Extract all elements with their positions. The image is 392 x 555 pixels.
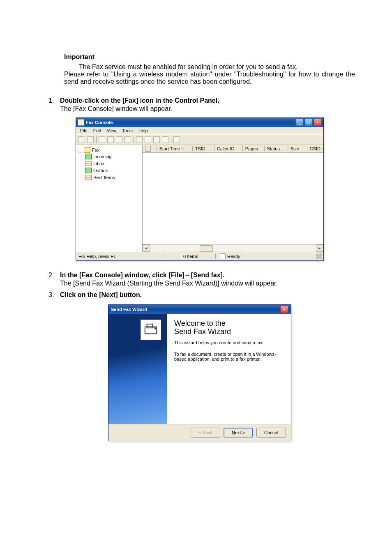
outbox-icon [85, 168, 92, 173]
col-status[interactable]: Status [265, 146, 288, 151]
wizard-heading-line2: Send Fax Wizard [174, 327, 231, 336]
folder-tree[interactable]: – Fax Incoming Inbox [76, 145, 143, 252]
step-2-title: In the [Fax Console] window, click [File… [60, 272, 355, 279]
important-text-2: Please refer to "Using a wireless modem … [64, 71, 355, 85]
col-tsid[interactable]: TSID [193, 146, 214, 151]
col-caller-id[interactable]: Caller ID [214, 146, 243, 151]
wizard-footer: < Back Next > Cancel [108, 424, 291, 441]
toolbar-button-6[interactable] [124, 136, 132, 144]
menu-tools[interactable]: Tools [120, 128, 135, 134]
column-headers: Start Time▽ TSID Caller ID Pages Status … [143, 145, 323, 153]
scroll-left-button[interactable]: ◄ [143, 244, 150, 252]
toolbar-sep-2 [134, 136, 134, 143]
scroll-track[interactable] [150, 245, 316, 251]
step-1-title: Double-click on the [Fax] icon in the Co… [60, 97, 355, 104]
titlebar[interactable]: Fax Console _ □ × [76, 118, 323, 127]
tree-inbox[interactable]: Inbox [85, 160, 141, 167]
ready-icon [220, 253, 226, 259]
status-ready: Ready [227, 254, 240, 259]
back-button: < Back [191, 428, 220, 438]
menu-file[interactable]: File [78, 128, 90, 134]
wizard-banner [108, 314, 167, 424]
col-size[interactable]: Size [288, 146, 307, 151]
menu-edit[interactable]: Edit [91, 128, 104, 134]
col-csid[interactable]: CSID [307, 146, 323, 151]
step-1-number: 1. [48, 97, 60, 113]
toolbar-button-8[interactable] [144, 136, 152, 144]
wizard-content: Welcome to the Send Fax Wizard This wiza… [167, 314, 291, 424]
wizard-heading-line1: Welcome to the [174, 319, 226, 327]
wizard-title: Send Fax Wizard [111, 307, 147, 312]
inbox-icon [85, 161, 92, 166]
step-2-desc: The [Send Fax Wizard (Starting the Send … [60, 280, 355, 287]
horizontal-scrollbar[interactable]: ◄ ► [143, 244, 323, 252]
col-start-time[interactable]: Start Time▽ [157, 146, 193, 151]
scroll-thumb[interactable] [200, 245, 213, 252]
minimize-button[interactable]: _ [295, 119, 304, 126]
tree-outbox-label: Outbox [93, 168, 108, 173]
status-help-text: For Help, press F1 [78, 254, 166, 259]
toolbar-button-3[interactable] [98, 136, 106, 144]
toolbar-sep [96, 136, 97, 143]
cancel-button[interactable]: Cancel [256, 428, 286, 438]
tree-sent[interactable]: Sent Items [85, 174, 141, 181]
close-button[interactable]: × [314, 119, 322, 126]
tree-root-label: Fax [92, 147, 99, 152]
tree-inbox-label: Inbox [93, 161, 104, 166]
important-heading: Important [64, 53, 355, 61]
step-3-number: 3. [48, 291, 60, 299]
expander-icon[interactable]: – [78, 148, 82, 152]
toolbar-button-5[interactable] [115, 136, 123, 144]
tree-outbox[interactable]: Outbox [85, 167, 141, 174]
incoming-icon [85, 154, 92, 159]
toolbar-button-11[interactable] [173, 136, 181, 144]
step-1-desc: The [Fax Console] window will appear. [60, 105, 355, 113]
app-icon [78, 119, 84, 126]
menu-view[interactable]: View [104, 128, 119, 134]
toolbar-button-7[interactable] [135, 136, 143, 144]
wizard-titlebar[interactable]: Send Fax Wizard × [108, 305, 291, 314]
footer-rule [44, 466, 355, 467]
tree-incoming[interactable]: Incoming [85, 153, 141, 160]
statusbar: For Help, press F1 0 Items Ready [76, 252, 323, 260]
tree-incoming-label: Incoming [93, 154, 112, 159]
col-pages[interactable]: Pages [243, 146, 265, 151]
menu-help[interactable]: Help [136, 128, 150, 134]
step-3-title: Click on the [Next] button. [60, 291, 355, 299]
fax-console-window: Fax Console _ □ × File Edit View Tools H… [76, 117, 324, 261]
toolbar-button-4[interactable] [106, 136, 115, 144]
step-2-number: 2. [48, 272, 60, 287]
menubar: File Edit View Tools Help [76, 127, 323, 134]
svg-rect-1 [147, 324, 152, 328]
fax-icon [141, 320, 161, 340]
toolbar-sep-3 [171, 136, 171, 143]
status-items: 0 Items [166, 254, 216, 259]
wizard-close-button[interactable]: × [280, 306, 288, 313]
toolbar-button-10[interactable] [161, 136, 169, 144]
toolbar-button-2[interactable] [86, 136, 95, 144]
sent-icon [85, 175, 92, 180]
resize-grip[interactable] [316, 253, 322, 259]
folder-icon [84, 147, 90, 153]
scroll-right-button[interactable]: ► [316, 244, 323, 252]
maximize-button[interactable]: □ [304, 119, 313, 126]
col-icon[interactable] [143, 146, 157, 152]
send-fax-wizard-window: Send Fax Wizard × [108, 304, 291, 441]
important-text-1: The Fax service must be enabled for send… [64, 63, 355, 71]
toolbar-button-1[interactable] [78, 136, 86, 144]
window-title: Fax Console [86, 120, 113, 125]
toolbar [76, 134, 323, 145]
next-button[interactable]: Next > [224, 428, 253, 438]
list-body[interactable] [143, 153, 323, 244]
toolbar-button-9[interactable] [152, 136, 161, 144]
list-area: Start Time▽ TSID Caller ID Pages Status … [143, 145, 323, 252]
tree-root[interactable]: – Fax [78, 147, 141, 153]
tree-sent-label: Sent Items [93, 175, 115, 180]
wizard-paragraph-2: To fax a document, create or open it in … [174, 352, 284, 362]
wizard-paragraph-1: This wizard helps you create and send a … [174, 340, 284, 345]
